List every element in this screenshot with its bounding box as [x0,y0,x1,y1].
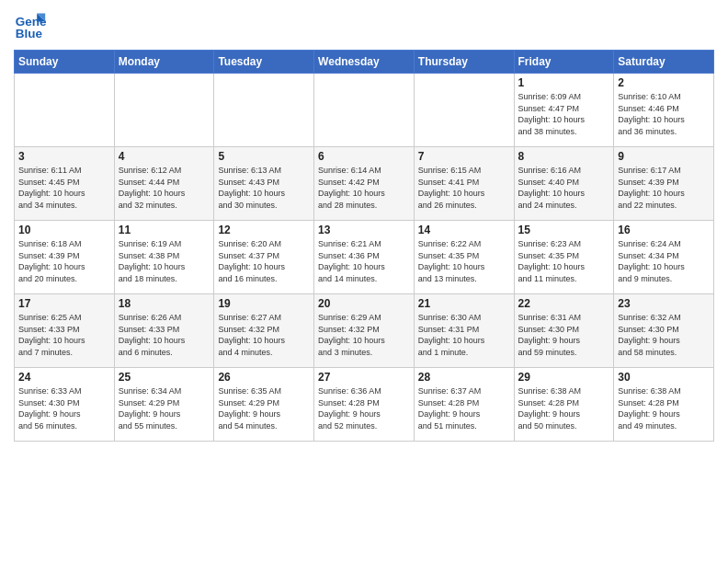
day-cell: 5Sunrise: 6:13 AM Sunset: 4:43 PM Daylig… [214,147,314,221]
weekday-header-friday: Friday [514,51,614,74]
day-number: 7 [418,150,510,163]
day-info: Sunrise: 6:13 AM Sunset: 4:43 PM Dayligh… [218,165,310,211]
day-number: 20 [318,297,410,310]
day-info: Sunrise: 6:24 AM Sunset: 4:34 PM Dayligh… [618,238,710,284]
day-info: Sunrise: 6:20 AM Sunset: 4:37 PM Dayligh… [218,238,310,284]
day-info: Sunrise: 6:31 AM Sunset: 4:30 PM Dayligh… [518,312,610,358]
logo-icon: General Blue [14,9,47,42]
day-number: 2 [618,76,710,89]
day-cell [15,74,115,147]
day-number: 29 [518,371,610,384]
day-info: Sunrise: 6:35 AM Sunset: 4:29 PM Dayligh… [218,385,310,431]
day-number: 13 [318,224,410,236]
calendar-table: SundayMondayTuesdayWednesdayThursdayFrid… [14,50,714,442]
day-number: 25 [119,371,210,384]
day-info: Sunrise: 6:33 AM Sunset: 4:30 PM Dayligh… [18,385,110,431]
day-info: Sunrise: 6:09 AM Sunset: 4:47 PM Dayligh… [518,91,610,137]
logo: General Blue [14,9,51,42]
day-info: Sunrise: 6:14 AM Sunset: 4:42 PM Dayligh… [318,165,410,211]
day-cell [314,74,415,147]
day-info: Sunrise: 6:21 AM Sunset: 4:36 PM Dayligh… [318,238,410,284]
day-cell: 23Sunrise: 6:32 AM Sunset: 4:30 PM Dayli… [614,294,714,368]
day-number: 19 [218,297,310,310]
day-cell: 29Sunrise: 6:38 AM Sunset: 4:28 PM Dayli… [514,368,614,442]
day-cell: 17Sunrise: 6:25 AM Sunset: 4:33 PM Dayli… [15,294,115,368]
day-number: 14 [418,224,510,236]
day-info: Sunrise: 6:12 AM Sunset: 4:44 PM Dayligh… [119,165,210,211]
day-number: 11 [119,224,210,236]
day-cell [114,74,214,147]
day-cell: 7Sunrise: 6:15 AM Sunset: 4:41 PM Daylig… [414,147,514,221]
day-number: 18 [119,297,210,310]
day-cell: 11Sunrise: 6:19 AM Sunset: 4:38 PM Dayli… [114,221,214,294]
day-number: 21 [418,297,510,310]
day-info: Sunrise: 6:27 AM Sunset: 4:32 PM Dayligh… [218,312,310,358]
weekday-header-wednesday: Wednesday [314,51,415,74]
day-number: 8 [518,150,610,163]
day-cell: 3Sunrise: 6:11 AM Sunset: 4:45 PM Daylig… [15,147,115,221]
weekday-header-tuesday: Tuesday [214,51,314,74]
day-cell: 28Sunrise: 6:37 AM Sunset: 4:28 PM Dayli… [414,368,514,442]
day-cell: 1Sunrise: 6:09 AM Sunset: 4:47 PM Daylig… [514,74,614,147]
day-number: 30 [618,371,710,384]
day-cell: 25Sunrise: 6:34 AM Sunset: 4:29 PM Dayli… [114,368,214,442]
day-cell: 19Sunrise: 6:27 AM Sunset: 4:32 PM Dayli… [214,294,314,368]
day-number: 15 [518,224,610,236]
day-info: Sunrise: 6:15 AM Sunset: 4:41 PM Dayligh… [418,165,510,211]
week-row-3: 10Sunrise: 6:18 AM Sunset: 4:39 PM Dayli… [15,221,714,294]
day-number: 28 [418,371,510,384]
week-row-4: 17Sunrise: 6:25 AM Sunset: 4:33 PM Dayli… [15,294,714,368]
day-cell: 26Sunrise: 6:35 AM Sunset: 4:29 PM Dayli… [214,368,314,442]
day-number: 4 [119,150,210,163]
weekday-header-row: SundayMondayTuesdayWednesdayThursdayFrid… [15,51,714,74]
day-number: 23 [618,297,710,310]
day-info: Sunrise: 6:19 AM Sunset: 4:38 PM Dayligh… [119,238,210,284]
day-info: Sunrise: 6:11 AM Sunset: 4:45 PM Dayligh… [18,165,110,211]
day-cell: 9Sunrise: 6:17 AM Sunset: 4:39 PM Daylig… [614,147,714,221]
day-info: Sunrise: 6:23 AM Sunset: 4:35 PM Dayligh… [518,238,610,284]
day-number: 12 [218,224,310,236]
day-info: Sunrise: 6:10 AM Sunset: 4:46 PM Dayligh… [618,91,710,137]
weekday-header-saturday: Saturday [614,51,714,74]
day-number: 9 [618,150,710,163]
day-cell: 24Sunrise: 6:33 AM Sunset: 4:30 PM Dayli… [15,368,115,442]
day-info: Sunrise: 6:30 AM Sunset: 4:31 PM Dayligh… [418,312,510,358]
day-info: Sunrise: 6:37 AM Sunset: 4:28 PM Dayligh… [418,385,510,431]
day-info: Sunrise: 6:38 AM Sunset: 4:28 PM Dayligh… [518,385,610,431]
day-number: 16 [618,224,710,236]
day-info: Sunrise: 6:25 AM Sunset: 4:33 PM Dayligh… [18,312,110,358]
day-cell: 8Sunrise: 6:16 AM Sunset: 4:40 PM Daylig… [514,147,614,221]
day-number: 27 [318,371,410,384]
day-number: 5 [218,150,310,163]
day-info: Sunrise: 6:26 AM Sunset: 4:33 PM Dayligh… [119,312,210,358]
day-cell: 20Sunrise: 6:29 AM Sunset: 4:32 PM Dayli… [314,294,415,368]
day-cell: 30Sunrise: 6:38 AM Sunset: 4:28 PM Dayli… [614,368,714,442]
day-cell: 6Sunrise: 6:14 AM Sunset: 4:42 PM Daylig… [314,147,415,221]
svg-text:Blue: Blue [16,27,43,40]
week-row-5: 24Sunrise: 6:33 AM Sunset: 4:30 PM Dayli… [15,368,714,442]
day-cell: 2Sunrise: 6:10 AM Sunset: 4:46 PM Daylig… [614,74,714,147]
day-number: 24 [18,371,110,384]
day-number: 26 [218,371,310,384]
day-cell [414,74,514,147]
weekday-header-monday: Monday [114,51,214,74]
day-cell: 4Sunrise: 6:12 AM Sunset: 4:44 PM Daylig… [114,147,214,221]
day-cell: 15Sunrise: 6:23 AM Sunset: 4:35 PM Dayli… [514,221,614,294]
day-cell: 14Sunrise: 6:22 AM Sunset: 4:35 PM Dayli… [414,221,514,294]
day-number: 6 [318,150,410,163]
weekday-header-sunday: Sunday [15,51,115,74]
day-cell: 16Sunrise: 6:24 AM Sunset: 4:34 PM Dayli… [614,221,714,294]
week-row-1: 1Sunrise: 6:09 AM Sunset: 4:47 PM Daylig… [15,74,714,147]
day-info: Sunrise: 6:18 AM Sunset: 4:39 PM Dayligh… [18,238,110,284]
day-cell: 22Sunrise: 6:31 AM Sunset: 4:30 PM Dayli… [514,294,614,368]
header: General Blue [14,9,714,42]
day-number: 3 [18,150,110,163]
day-cell: 27Sunrise: 6:36 AM Sunset: 4:28 PM Dayli… [314,368,415,442]
day-number: 10 [18,224,110,236]
day-info: Sunrise: 6:34 AM Sunset: 4:29 PM Dayligh… [119,385,210,431]
day-cell: 12Sunrise: 6:20 AM Sunset: 4:37 PM Dayli… [214,221,314,294]
day-info: Sunrise: 6:22 AM Sunset: 4:35 PM Dayligh… [418,238,510,284]
day-cell: 10Sunrise: 6:18 AM Sunset: 4:39 PM Dayli… [15,221,115,294]
day-number: 1 [518,76,610,89]
weekday-header-thursday: Thursday [414,51,514,74]
